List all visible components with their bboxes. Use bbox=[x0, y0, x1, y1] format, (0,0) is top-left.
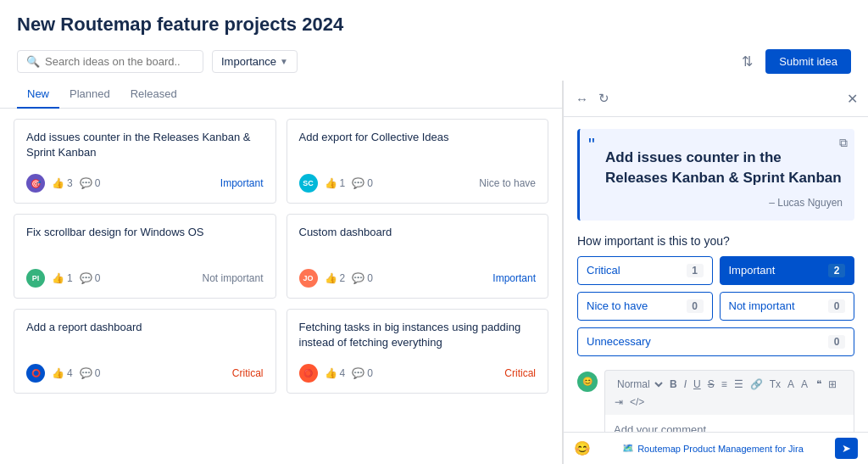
importance-section: How important is this to you? Critical 1… bbox=[577, 234, 854, 356]
app-container: New Routemap feature projects 2024 🔍 Imp… bbox=[0, 0, 868, 464]
thumbs-up-icon: 👍 bbox=[325, 272, 337, 284]
tab-new[interactable]: New bbox=[17, 81, 59, 109]
main-layout: New Planned Released Add issues counter … bbox=[0, 81, 868, 464]
card-2-votes: 👍 1 bbox=[325, 177, 346, 189]
text-size-button[interactable]: A bbox=[798, 377, 810, 392]
expand-icon[interactable]: ↔ bbox=[574, 90, 590, 108]
importance-nice-to-have[interactable]: Nice to have 0 bbox=[577, 292, 713, 321]
importance-question: How important is this to you? bbox=[577, 234, 854, 248]
card-4-priority: Important bbox=[492, 272, 536, 284]
link-button[interactable]: 🔗 bbox=[748, 377, 765, 392]
dropdown-arrow-icon: ▼ bbox=[280, 57, 288, 66]
card-5-votes: 👍 4 bbox=[52, 367, 73, 379]
send-button[interactable]: ➤ bbox=[835, 438, 858, 459]
card-6-footer: ⭕ 👍 4 💬 0 Critical bbox=[299, 364, 537, 383]
card-1[interactable]: Add issues counter in the Releases Kanba… bbox=[14, 119, 276, 204]
comment-icon: 💬 bbox=[80, 177, 92, 189]
indent-button[interactable]: ⇥ bbox=[612, 394, 626, 410]
card-2-title: Add export for Collective Ideas bbox=[299, 130, 537, 145]
comment-icon: 💬 bbox=[352, 367, 364, 379]
importance-critical[interactable]: Critical 1 bbox=[577, 256, 713, 285]
card-2-avatar: SC bbox=[299, 174, 318, 193]
card-6-votes: 👍 4 bbox=[325, 367, 346, 379]
card-2[interactable]: Add export for Collective Ideas SC 👍 1 💬… bbox=[287, 119, 549, 204]
card-6-comments: 💬 0 bbox=[352, 367, 373, 379]
card-4-comments: 💬 0 bbox=[352, 272, 373, 284]
emoji-button[interactable]: 😊 bbox=[574, 440, 591, 456]
cards-grid: Add issues counter in the Releases Kanba… bbox=[0, 109, 562, 464]
card-5-title: Add a report dashboard bbox=[26, 320, 264, 335]
ordered-list-button[interactable]: ≡ bbox=[719, 377, 730, 392]
card-1-title: Add issues counter in the Releases Kanba… bbox=[26, 130, 264, 160]
filter-sort-button[interactable]: ⇅ bbox=[737, 49, 757, 74]
comment-row: 😊 Normal B I U S ≡ ☰ bbox=[577, 370, 854, 432]
card-6-priority: Critical bbox=[504, 367, 536, 379]
card-5[interactable]: Add a report dashboard ⭕ 👍 4 💬 0 Critica… bbox=[14, 309, 276, 394]
card-6[interactable]: Fetching tasks in big instances using pa… bbox=[287, 309, 549, 394]
table-button[interactable]: ⊞ bbox=[826, 377, 839, 392]
importance-label: Importance bbox=[221, 55, 276, 68]
quote-block: " ⧉ Add issues counter in the Releases K… bbox=[577, 129, 854, 221]
comment-input[interactable]: Add your comment bbox=[604, 415, 854, 432]
page-header: New Routemap feature projects 2024 bbox=[0, 0, 868, 42]
card-3-avatar: PI bbox=[26, 269, 45, 288]
importance-not-important[interactable]: Not important 0 bbox=[720, 292, 855, 321]
italic-button[interactable]: I bbox=[682, 377, 689, 392]
comment-placeholder: Add your comment bbox=[614, 423, 706, 432]
code-button[interactable]: </> bbox=[627, 394, 647, 410]
comment-icon: 💬 bbox=[352, 177, 364, 189]
footer-brand: 🗺️ Routemap Product Management for Jira bbox=[622, 443, 804, 454]
submit-idea-button[interactable]: Submit idea bbox=[765, 49, 851, 74]
comment-icon: 💬 bbox=[80, 367, 92, 379]
card-3[interactable]: Fix scrollbar design for Windows OS PI 👍… bbox=[14, 214, 276, 299]
important-count: 2 bbox=[828, 264, 845, 277]
tabs-container: New Planned Released bbox=[0, 81, 562, 109]
unordered-list-button[interactable]: ☰ bbox=[732, 377, 746, 392]
unnecessary-label: Unnecessary bbox=[587, 335, 651, 348]
quote-title: Add issues counter in the Releases Kanba… bbox=[605, 148, 843, 188]
strikethrough-button[interactable]: S bbox=[705, 377, 717, 392]
search-box[interactable]: 🔍 bbox=[17, 50, 203, 73]
card-3-footer: PI 👍 1 💬 0 Not important bbox=[26, 269, 264, 288]
nice-label: Nice to have bbox=[587, 299, 648, 312]
card-6-title: Fetching tasks in big instances using pa… bbox=[299, 320, 537, 350]
thumbs-up-icon: 👍 bbox=[52, 177, 64, 189]
card-1-votes: 👍 3 bbox=[52, 177, 73, 189]
search-input[interactable] bbox=[45, 55, 181, 68]
card-3-title: Fix scrollbar design for Windows OS bbox=[26, 225, 264, 240]
right-panel-content: " ⧉ Add issues counter in the Releases K… bbox=[564, 117, 868, 432]
importance-filter-button[interactable]: Importance ▼ bbox=[212, 50, 298, 73]
refresh-icon[interactable]: ↻ bbox=[597, 89, 611, 108]
thumbs-up-icon: 👍 bbox=[325, 367, 337, 379]
underline-button[interactable]: U bbox=[691, 377, 704, 392]
format-select[interactable]: Normal bbox=[612, 376, 665, 393]
tab-planned[interactable]: Planned bbox=[59, 81, 120, 109]
card-4-footer: JO 👍 2 💬 0 Important bbox=[299, 269, 537, 288]
nice-count: 0 bbox=[687, 299, 704, 313]
not-important-label: Not important bbox=[729, 299, 795, 312]
quote-button[interactable]: ❝ bbox=[814, 377, 824, 392]
card-5-footer: ⭕ 👍 4 💬 0 Critical bbox=[26, 364, 264, 383]
unnecessary-count: 0 bbox=[828, 335, 845, 349]
card-1-priority: Important bbox=[220, 177, 264, 189]
card-3-comments: 💬 0 bbox=[80, 272, 101, 284]
copy-button[interactable]: ⧉ bbox=[839, 136, 848, 150]
importance-unnecessary[interactable]: Unnecessary 0 bbox=[577, 327, 854, 356]
bold-button[interactable]: B bbox=[667, 377, 680, 392]
thumbs-up-icon: 👍 bbox=[52, 367, 64, 379]
search-icon: 🔍 bbox=[26, 55, 40, 68]
card-6-avatar: ⭕ bbox=[299, 364, 318, 383]
clear-format-button[interactable]: Tx bbox=[767, 377, 783, 392]
close-button[interactable]: ✕ bbox=[847, 91, 858, 107]
page-title: New Routemap feature projects 2024 bbox=[17, 14, 851, 36]
card-5-comments: 💬 0 bbox=[80, 367, 101, 379]
importance-important[interactable]: Important 2 bbox=[720, 256, 855, 285]
comment-icon: 💬 bbox=[352, 272, 364, 284]
tab-released[interactable]: Released bbox=[120, 81, 187, 109]
critical-count: 1 bbox=[687, 264, 704, 277]
card-3-priority: Not important bbox=[202, 272, 263, 284]
comment-section: 😊 Normal B I U S ≡ ☰ bbox=[577, 370, 854, 432]
card-4-avatar: JO bbox=[299, 269, 318, 288]
text-color-button[interactable]: A bbox=[785, 377, 797, 392]
card-4[interactable]: Custom dashboard JO 👍 2 💬 0 Important bbox=[287, 214, 549, 299]
